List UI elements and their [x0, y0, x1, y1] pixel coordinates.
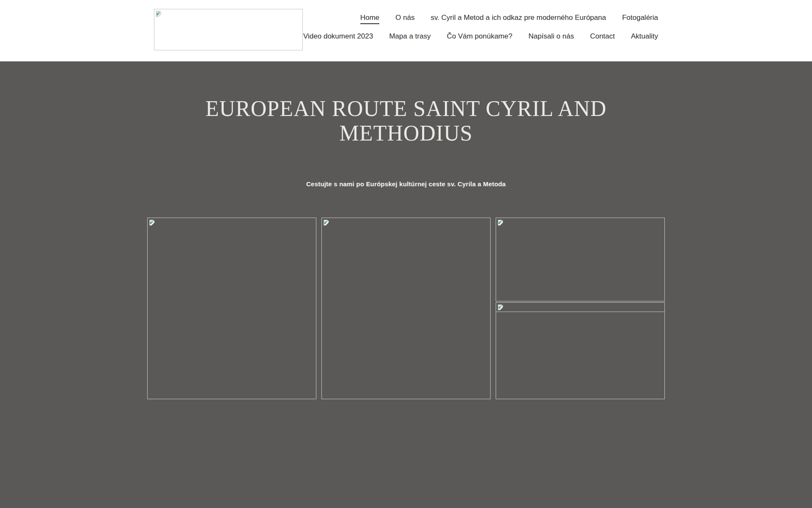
gallery-image-placeholder-4[interactable]	[496, 302, 665, 399]
nav-item-mapa-a-trasy[interactable]: Mapa a trasy	[389, 32, 431, 41]
broken-image-icon	[497, 219, 504, 226]
header-inner: Home O nás sv. Cyril a Metod a ich odkaz…	[154, 0, 658, 50]
broken-image-icon	[323, 219, 330, 226]
site-header: Home O nás sv. Cyril a Metod a ich odkaz…	[0, 0, 812, 61]
gallery-image-placeholder-1[interactable]	[147, 218, 316, 399]
main-navigation: Home O nás sv. Cyril a Metod a ich odkaz…	[303, 14, 658, 41]
nav-item-sv-cyril-a-metod[interactable]: sv. Cyril a Metod a ich odkaz pre modern…	[431, 14, 606, 22]
broken-image-icon	[497, 304, 504, 311]
broken-image-icon	[156, 11, 162, 17]
gallery-image-placeholder-2[interactable]	[321, 218, 491, 399]
broken-image-icon	[149, 219, 156, 226]
image-gallery	[147, 218, 665, 399]
page-title: EUROPEAN ROUTE SAINT CYRIL AND METHODIUS	[190, 61, 622, 146]
gallery-image-placeholder-3[interactable]	[496, 218, 665, 301]
site-logo-placeholder[interactable]	[154, 9, 303, 50]
broken-image-strip	[496, 303, 664, 312]
gallery-right-column	[496, 218, 665, 399]
nav-item-video-dokument[interactable]: Video dokument 2023	[303, 32, 373, 41]
nav-item-o-nas[interactable]: O nás	[395, 14, 414, 22]
nav-item-home[interactable]: Home	[360, 14, 379, 24]
nav-item-contact[interactable]: Contact	[590, 32, 615, 41]
nav-item-co-vam-ponukame[interactable]: Čo Vám ponúkame?	[447, 32, 512, 41]
hero-subtitle: Cestujte s nami po Európskej kultúrnej c…	[0, 180, 812, 188]
hero-section: EUROPEAN ROUTE SAINT CYRIL AND METHODIUS…	[0, 61, 812, 508]
nav-row-1: Home O nás sv. Cyril a Metod a ich odkaz…	[360, 14, 658, 24]
nav-item-aktuality[interactable]: Aktuality	[631, 32, 658, 41]
nav-row-2: Video dokument 2023 Mapa a trasy Čo Vám …	[303, 32, 658, 41]
nav-item-fotogaleria[interactable]: Fotogaléria	[622, 14, 658, 22]
nav-item-napisali-o-nas[interactable]: Napísali o nás	[528, 32, 574, 41]
